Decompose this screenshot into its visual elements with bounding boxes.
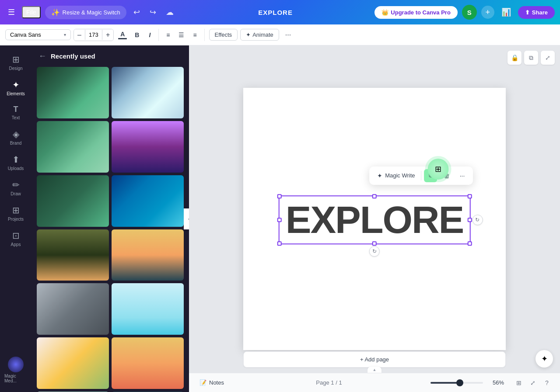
canvas-page[interactable]: EXPLORE ↻ ↻ ⊞ ✦ Magic Write ⧉ 🗑 — [243, 88, 506, 350]
rotate-handle-bottom[interactable]: ↻ — [369, 246, 380, 257]
image-thumb-9[interactable] — [37, 283, 109, 335]
panel-title: Recently used — [51, 52, 95, 60]
sidebar-item-apps[interactable]: ⊡ Apps — [2, 227, 30, 250]
image-thumb-1[interactable] — [37, 67, 109, 118]
align-justified-button[interactable]: ≡ — [190, 30, 200, 40]
left-panel: ← Recently used — [32, 45, 189, 392]
topbar: ☰ File ✨ Resize & Magic Switch ↩ ↪ ☁ EXP… — [0, 0, 560, 24]
notes-icon: 📝 — [200, 379, 206, 386]
copy-button[interactable]: ⧉ — [524, 51, 538, 65]
handle-bottom-right[interactable] — [467, 241, 472, 246]
toolbar-divider — [421, 171, 422, 180]
zoom-slider[interactable] — [430, 382, 483, 384]
page-indicator: Page 1 / 1 — [228, 379, 430, 386]
upgrade-icon: 👑 — [382, 9, 388, 16]
text-element[interactable]: EXPLORE ↻ ↻ — [279, 195, 471, 244]
ai-assistant-button[interactable]: ✦ — [536, 350, 553, 368]
handle-bottom-left[interactable] — [277, 241, 282, 246]
expand-button[interactable]: ⤢ — [541, 51, 555, 65]
fullscreen-button[interactable]: ⤢ — [527, 377, 539, 389]
sidebar-item-text[interactable]: T Text — [2, 101, 30, 124]
sidebar-item-design[interactable]: ⊞ Design — [2, 51, 30, 74]
panel-scroll[interactable] — [32, 65, 189, 392]
font-size-increase-button[interactable]: + — [102, 29, 113, 41]
undo-button[interactable]: ↩ — [131, 5, 143, 20]
animate-button[interactable]: ✦ Animate — [240, 29, 279, 41]
image-thumb-10[interactable] — [112, 283, 184, 335]
align-center-button[interactable]: ☰ — [175, 30, 187, 40]
effects-button[interactable]: Effects — [209, 29, 238, 41]
add-collaborator-button[interactable]: + — [481, 6, 494, 19]
handle-middle-left[interactable] — [277, 218, 282, 222]
add-page-button[interactable]: + Add page — [243, 351, 506, 368]
avatar[interactable]: S — [462, 5, 477, 20]
explore-text[interactable]: EXPLORE — [286, 201, 464, 239]
handle-top-right[interactable] — [467, 194, 472, 198]
italic-button[interactable]: I — [145, 30, 154, 40]
uploads-label: Uploads — [8, 166, 24, 171]
rotate-handle-right[interactable]: ↻ — [472, 215, 483, 225]
back-button[interactable]: ← — [38, 52, 46, 61]
sidebar-item-uploads[interactable]: ⬆ Uploads — [2, 151, 30, 174]
sidebar-icons: ⊞ Design ✦ Elements T Text ◈ Brand ⬆ Upl… — [0, 45, 32, 392]
add-page-container: + Add page — [243, 351, 506, 368]
image-thumb-6[interactable] — [112, 175, 184, 227]
share-button[interactable]: ⬆ Share — [518, 6, 555, 19]
animate-icon: ✦ — [246, 31, 251, 38]
zoom-value: 56% — [486, 379, 504, 386]
redo-button[interactable]: ↪ — [147, 5, 159, 20]
text-label: Text — [12, 115, 20, 120]
view-buttons: ⊞ ⤢ ? — [513, 377, 553, 389]
sidebar-item-magic-media[interactable]: Magic Med... — [2, 353, 30, 387]
text-color-swatch[interactable]: A — [116, 29, 129, 41]
handle-top-left[interactable] — [277, 194, 282, 198]
upgrade-button[interactable]: 👑 Upgrade to Canva Pro — [374, 6, 458, 19]
file-button[interactable]: File — [22, 6, 41, 18]
analytics-icon[interactable]: 📊 — [499, 5, 514, 20]
image-thumb-8[interactable] — [112, 229, 184, 281]
show-pages-button[interactable]: ▲ — [368, 367, 382, 373]
image-thumb-4[interactable] — [112, 121, 184, 173]
elements-icon: ✦ — [12, 80, 20, 90]
magic-write-icon: ✦ — [377, 172, 382, 179]
toolbar-more-button[interactable]: ··· — [456, 169, 469, 182]
left-panel-header: ← Recently used — [32, 45, 189, 65]
zoom-slider-container[interactable] — [430, 382, 483, 384]
sidebar-item-elements[interactable]: ✦ Elements — [2, 76, 30, 100]
format-bar: Canva Sans ▾ – 173 + A B I ≡ ☰ ≡ Effects… — [0, 24, 560, 45]
divider — [158, 29, 159, 41]
zoom-slider-thumb[interactable] — [456, 379, 463, 386]
grid-view-button[interactable]: ⊞ — [513, 377, 525, 389]
bold-button[interactable]: B — [131, 30, 143, 40]
image-thumb-3[interactable] — [37, 121, 109, 173]
image-thumb-11[interactable] — [37, 337, 109, 389]
canvas-toolbar-right: 🔒 ⧉ ⤢ — [508, 51, 555, 65]
image-thumb-2[interactable] — [112, 67, 184, 118]
help-button[interactable]: ? — [541, 377, 553, 389]
resize-magic-switch-button[interactable]: ✨ Resize & Magic Switch — [45, 6, 126, 19]
apps-icon: ⊡ — [12, 230, 20, 241]
resize-emoji: ✨ — [51, 8, 60, 17]
image-thumb-7[interactable] — [37, 229, 109, 281]
lock-button[interactable]: 🔒 — [508, 51, 522, 65]
handle-bottom-middle[interactable] — [372, 241, 377, 246]
align-left-button[interactable]: ≡ — [163, 30, 173, 40]
sidebar-item-draw[interactable]: ✏ Draw — [2, 176, 30, 200]
font-size-decrease-button[interactable]: – — [74, 29, 85, 41]
canvas-wrapper[interactable]: EXPLORE ↻ ↻ ⊞ ✦ Magic Write ⧉ 🗑 — [189, 45, 560, 392]
projects-icon: ⊞ — [12, 205, 20, 215]
more-options-button[interactable]: ··· — [282, 29, 294, 41]
font-size-control: – 173 + — [74, 29, 114, 41]
sidebar-item-projects[interactable]: ⊞ Projects — [2, 201, 30, 225]
share-icon: ⬆ — [525, 9, 530, 16]
magic-write-button[interactable]: ✦ Magic Write — [374, 170, 418, 181]
image-thumb-12[interactable] — [112, 337, 184, 389]
font-size-value[interactable]: 173 — [85, 30, 102, 40]
hide-panel-button[interactable]: ‹ — [184, 208, 189, 229]
notes-button[interactable]: 📝 Notes — [196, 378, 228, 388]
handle-middle-right[interactable] — [467, 218, 472, 222]
sidebar-item-brand[interactable]: ◈ Brand — [2, 125, 30, 149]
image-thumb-5[interactable] — [37, 175, 109, 227]
font-family-select[interactable]: Canva Sans ▾ — [5, 29, 71, 40]
menu-icon[interactable]: ☰ — [5, 5, 18, 20]
